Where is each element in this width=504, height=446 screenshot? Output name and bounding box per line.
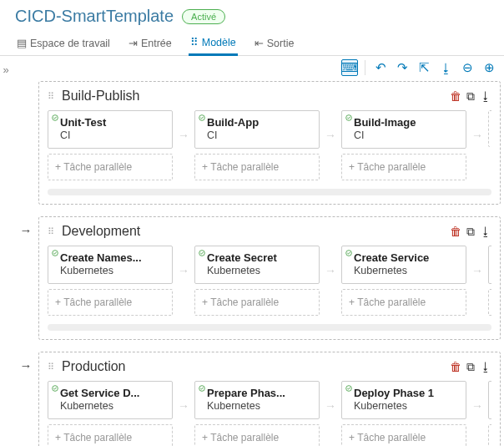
- add-parallel-task-button[interactable]: + Tâche parallèle: [48, 154, 173, 180]
- task-card[interactable]: Build-ImageCI: [341, 110, 466, 149]
- task-column: Deploy Phase 1Kubernetes+ Tâche parallèl…: [341, 381, 466, 446]
- status-badge: Activé: [182, 9, 225, 24]
- tab-label: Modèle: [202, 37, 236, 48]
- keyboard-icon[interactable]: ⌨: [341, 59, 358, 76]
- stage-title: Build-Publish: [62, 89, 139, 104]
- drag-handle-icon[interactable]: ⠿: [48, 226, 55, 237]
- task-card[interactable]: Create Names...Kubernetes: [48, 246, 173, 284]
- zoom-out-icon[interactable]: ⊖: [459, 59, 476, 76]
- stage-header: ⠿Development🗑⧉⭳: [48, 222, 491, 246]
- canvas-toolbar: ⌨ ↶ ↷ ⇱ ⭳ ⊖ ⊕: [341, 59, 497, 76]
- task-type: CI: [202, 129, 312, 141]
- drag-handle-icon[interactable]: ⠿: [48, 362, 55, 373]
- task-type: Kubernetes: [202, 399, 312, 412]
- task-name: Build-App: [202, 116, 312, 129]
- download-stage-icon[interactable]: ⭳: [480, 360, 491, 374]
- redo-icon[interactable]: ↷: [394, 59, 411, 76]
- stage-row: →⠿Development🗑⧉⭳Create Names...Kubernete…: [18, 216, 501, 340]
- stage-title: Development: [62, 224, 140, 239]
- check-circle-icon: [345, 250, 352, 256]
- download-icon[interactable]: ⭳: [437, 59, 454, 76]
- task-arrow-icon: →: [178, 381, 189, 446]
- canvas-area: » ⌨ ↶ ↷ ⇱ ⭳ ⊖ ⊕ ⠿Build-Publish🗑⧉⭳Unit-Te…: [0, 56, 504, 446]
- drag-handle-icon[interactable]: ⠿: [48, 91, 55, 102]
- task-name: Prepare Phas...: [202, 387, 312, 399]
- copy-icon[interactable]: ⧉: [466, 360, 475, 374]
- task-column: Build-AppCI+ Tâche parallèle: [194, 110, 320, 180]
- task-arrow-icon: →: [325, 110, 336, 180]
- zoom-in-icon[interactable]: ⊕: [481, 59, 497, 76]
- task-name: Create Service: [349, 251, 459, 264]
- check-circle-icon: [199, 114, 205, 121]
- task-column: Create SecretKubernetes+ Tâche parallèle: [194, 246, 320, 316]
- task-type: Kubernetes: [55, 399, 165, 412]
- task-type: Kubernetes: [55, 264, 165, 276]
- delete-icon[interactable]: 🗑: [450, 89, 461, 104]
- stage-row: ⠿Build-Publish🗑⧉⭳Unit-TestCI+ Tâche para…: [18, 81, 501, 205]
- add-parallel-task-button[interactable]: + Tâche parallèle: [194, 154, 320, 180]
- tab-workspace[interactable]: ▤ Espace de travail: [15, 33, 112, 55]
- export-icon[interactable]: ⇱: [416, 59, 432, 76]
- task-name: Build-Image: [349, 116, 459, 129]
- tasks-row: Unit-TestCI+ Tâche parallèle→Build-AppCI…: [48, 110, 491, 180]
- delete-icon[interactable]: 🗑: [450, 225, 461, 239]
- task-card[interactable]: Prepare Phas...Kubernetes: [194, 381, 320, 419]
- workspace-icon: ▤: [17, 37, 27, 49]
- task-column: Prepare Phas...Kubernetes+ Tâche parallè…: [194, 381, 320, 446]
- add-parallel-task-button[interactable]: + Tâche parallèle: [48, 289, 173, 316]
- task-column-overflow: + Tâche: [488, 110, 491, 180]
- tasks-row: Get Service D...Kubernetes+ Tâche parall…: [48, 381, 491, 446]
- task-card[interactable]: Deploy Phase 1Kubernetes: [341, 381, 466, 419]
- check-circle-icon: [345, 385, 352, 392]
- add-parallel-task-button[interactable]: + Tâche parallèle: [194, 289, 320, 316]
- tab-input[interactable]: ⇥ Entrée: [127, 33, 174, 55]
- tab-label: Sortie: [267, 38, 295, 49]
- add-parallel-task-button[interactable]: + Tâche parallèle: [194, 424, 320, 446]
- copy-icon[interactable]: ⧉: [466, 225, 475, 239]
- task-column: Build-ImageCI+ Tâche parallèle: [341, 110, 466, 180]
- download-stage-icon[interactable]: ⭳: [480, 225, 491, 239]
- task-name: Unit-Test: [55, 116, 165, 129]
- check-circle-icon: [199, 385, 205, 392]
- add-parallel-task-button[interactable]: + Tâ: [488, 289, 491, 316]
- add-parallel-task-button[interactable]: + Tâ: [488, 424, 491, 446]
- undo-icon[interactable]: ↶: [372, 59, 389, 76]
- download-stage-icon[interactable]: ⭳: [480, 89, 491, 104]
- stage-header: ⠿Production🗑⧉⭳: [48, 357, 491, 381]
- task-card[interactable]: Unit-TestCI: [48, 110, 173, 149]
- horizontal-scrollbar[interactable]: [48, 189, 491, 195]
- stage: ⠿Development🗑⧉⭳Create Names...Kubernetes…: [38, 216, 501, 340]
- add-parallel-task-button[interactable]: + Tâche parallèle: [341, 424, 466, 446]
- stages-container: ⠿Build-Publish🗑⧉⭳Unit-TestCI+ Tâche para…: [0, 56, 504, 446]
- stage-header: ⠿Build-Publish🗑⧉⭳: [48, 87, 491, 110]
- horizontal-scrollbar[interactable]: [48, 324, 491, 331]
- add-parallel-task-button[interactable]: + Tâche parallèle: [341, 154, 466, 180]
- stage-actions: 🗑⧉⭳: [450, 225, 491, 239]
- task-name: Create Names...: [55, 251, 165, 264]
- copy-icon[interactable]: ⧉: [466, 89, 475, 104]
- output-icon: ⇤: [255, 37, 264, 49]
- task-card[interactable]: Create SecretKubernetes: [194, 246, 320, 284]
- task-type: Kubernetes: [202, 264, 312, 276]
- task-name: Deploy Phase 1: [349, 387, 459, 399]
- delete-icon[interactable]: 🗑: [450, 360, 461, 374]
- task-card[interactable]: VeriPOLL: [488, 381, 491, 419]
- task-arrow-icon: →: [178, 110, 189, 180]
- task-card[interactable]: Get Service D...Kubernetes: [48, 381, 173, 419]
- task-arrow-icon: →: [471, 246, 483, 316]
- task-arrow-icon: →: [471, 381, 483, 446]
- expand-handle[interactable]: »: [0, 56, 12, 83]
- page-header: CICD-SmartTemplate Activé: [0, 0, 504, 29]
- stage-arrow-icon: →: [18, 352, 33, 373]
- add-parallel-task-button[interactable]: + Tâche parallèle: [341, 289, 466, 316]
- task-type: Kubernetes: [349, 264, 459, 276]
- task-arrow-icon: →: [178, 246, 189, 316]
- add-parallel-task-button[interactable]: + Tâche parallèle: [48, 424, 173, 446]
- task-card[interactable]: CreaKube: [488, 246, 491, 284]
- add-task-button[interactable]: + Tâche: [488, 110, 491, 147]
- tab-model[interactable]: ⠿ Modèle: [189, 33, 238, 56]
- tasks-row: Create Names...Kubernetes+ Tâche parallè…: [48, 246, 491, 316]
- tab-output[interactable]: ⇤ Sortie: [253, 33, 296, 55]
- task-card[interactable]: Build-AppCI: [194, 110, 320, 149]
- task-card[interactable]: Create ServiceKubernetes: [341, 246, 466, 284]
